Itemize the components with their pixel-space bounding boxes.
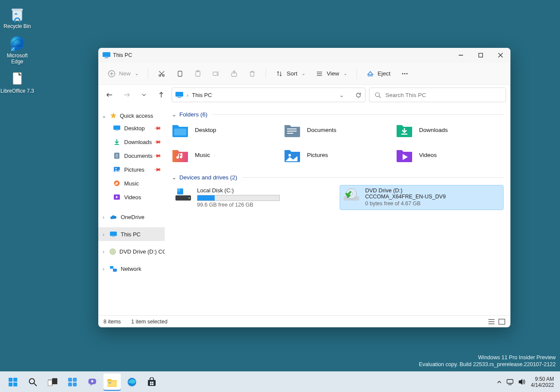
folder-icon [172, 122, 189, 138]
desktop-icon-recycle-bin[interactable]: Recycle Bin [0, 3, 34, 33]
copy-button[interactable] [172, 66, 188, 82]
clock-date: 4/14/2022 [531, 382, 554, 388]
chevron-down-icon: ⌄ [135, 71, 138, 76]
folder-desktop[interactable]: Desktop [172, 122, 279, 138]
folder-videos[interactable]: Videos [396, 147, 504, 163]
start-button[interactable] [4, 373, 22, 391]
sort-button[interactable]: Sort ⌄ [271, 66, 310, 82]
chevron-down-icon[interactable]: ⌄ [339, 92, 344, 98]
chevron-down-icon: ⌄ [172, 111, 177, 118]
svg-rect-51 [112, 236, 115, 237]
folder-label: Desktop [195, 127, 216, 133]
volume-tray-icon[interactable] [518, 379, 526, 385]
folders-section-header[interactable]: ⌄ Folders (6) [172, 111, 504, 118]
widgets-button[interactable] [64, 373, 81, 391]
folder-label: Pictures [307, 152, 328, 158]
sidebar-item-music[interactable]: Music [98, 176, 165, 190]
folder-music[interactable]: Music [172, 147, 279, 163]
search-box[interactable] [369, 88, 506, 102]
taskbar-left [4, 373, 160, 391]
network-tray-icon[interactable] [506, 379, 514, 385]
svg-rect-76 [13, 383, 17, 386]
eject-button[interactable]: Eject [362, 66, 395, 82]
taskbar-app-edge[interactable] [123, 373, 141, 391]
more-icon [401, 70, 409, 78]
folder-pictures[interactable]: Pictures [284, 147, 391, 163]
windows-watermark: Windows 11 Pro Insider Preview Evaluatio… [419, 354, 556, 368]
desktop-icon-libreoffice[interactable]: LibreOffice 7.3 [0, 68, 34, 97]
folder-label: Videos [419, 152, 437, 158]
drives-section-header[interactable]: ⌄ Devices and drives (2) [172, 174, 504, 181]
taskbar-search[interactable] [24, 373, 41, 391]
separator [148, 69, 148, 79]
folder-documents[interactable]: Documents [284, 122, 391, 138]
folder-downloads[interactable]: Downloads [396, 122, 504, 138]
back-button[interactable] [103, 88, 116, 102]
thumbnails-view-button[interactable] [498, 319, 505, 325]
rename-icon [212, 70, 220, 78]
sidebar-label: Documents [124, 153, 153, 159]
forward-button[interactable] [120, 88, 134, 102]
chevron-down-icon: ⌄ [344, 71, 347, 76]
sidebar-item-network[interactable]: Network [98, 262, 165, 276]
address-bar[interactable]: › This PC ⌄ [172, 88, 366, 102]
more-button[interactable] [397, 66, 413, 82]
file-explorer-window: This PC New ⌄ Sort ⌄ View ⌄ [98, 48, 510, 327]
minimize-button[interactable] [451, 48, 471, 63]
share-button[interactable] [226, 66, 242, 82]
sidebar: Quick access Desktop📌 Downloads📌 Documen… [98, 105, 165, 315]
paste-button[interactable] [190, 66, 206, 82]
folder-icon [284, 122, 301, 138]
delete-button[interactable] [244, 66, 260, 82]
recent-locations-button[interactable] [137, 88, 151, 102]
refresh-button[interactable] [355, 92, 362, 98]
sort-icon [275, 70, 283, 78]
svg-point-32 [402, 73, 403, 74]
sidebar-item-dvd[interactable]: DVD Drive (D:) CCCO [98, 245, 165, 258]
sidebar-item-pictures[interactable]: Pictures📌 [98, 163, 165, 176]
maximize-button[interactable] [471, 48, 491, 63]
svg-rect-25 [250, 72, 254, 76]
sidebar-item-documents[interactable]: Documents📌 [98, 149, 165, 163]
sidebar-label: Music [124, 180, 139, 187]
sidebar-item-onedrive[interactable]: OneDrive [98, 210, 165, 224]
up-button[interactable] [154, 88, 168, 102]
sidebar-item-downloads[interactable]: Downloads📌 [98, 135, 165, 149]
chat-button[interactable] [84, 373, 101, 391]
view-label: View [327, 70, 339, 77]
search-icon [375, 92, 381, 98]
folder-icon [172, 147, 189, 163]
svg-rect-95 [507, 379, 513, 383]
svg-point-34 [406, 73, 407, 74]
new-button[interactable]: New ⌄ [103, 66, 143, 82]
cut-icon [158, 70, 166, 78]
sidebar-item-desktop[interactable]: Desktop📌 [98, 121, 165, 135]
task-view-button[interactable] [44, 373, 61, 391]
cut-button[interactable] [153, 66, 170, 82]
close-button[interactable] [491, 48, 510, 63]
svg-rect-94 [152, 383, 154, 385]
recycle-bin-icon [9, 5, 26, 22]
drive-local-c[interactable]: Local Disk (C:) 99.6 GB free of 126 GB [172, 185, 335, 210]
taskbar-app-explorer[interactable] [103, 373, 121, 391]
sidebar-item-this-pc[interactable]: This PC [98, 227, 165, 241]
drive-name: Local Disk (C:) [197, 187, 332, 194]
window-titlebar[interactable]: This PC [98, 48, 510, 63]
tray-overflow-icon[interactable] [497, 379, 502, 385]
folder-label: Documents [307, 127, 336, 133]
desktop-icon-edge[interactable]: Microsoft Edge [0, 33, 34, 68]
sidebar-item-videos[interactable]: Videos [98, 190, 165, 204]
sidebar-quick-access[interactable]: Quick access [98, 110, 165, 121]
drive-dvd-d[interactable]: DVD Drive (D:) CCCOMA_X64FRE_EN-US_DV9 0… [340, 185, 504, 210]
details-view-button[interactable] [488, 319, 495, 325]
taskbar-clock[interactable]: 9:50 AM 4/14/2022 [531, 376, 554, 388]
search-input[interactable] [385, 92, 501, 98]
svg-rect-81 [68, 378, 72, 382]
system-tray[interactable] [497, 379, 526, 385]
taskbar-app-store[interactable] [143, 373, 160, 391]
svg-rect-87 [107, 381, 117, 386]
folder-label: Downloads [419, 127, 448, 133]
view-button[interactable]: View ⌄ [311, 66, 351, 82]
rename-button[interactable] [208, 66, 224, 82]
copy-icon [176, 70, 184, 78]
